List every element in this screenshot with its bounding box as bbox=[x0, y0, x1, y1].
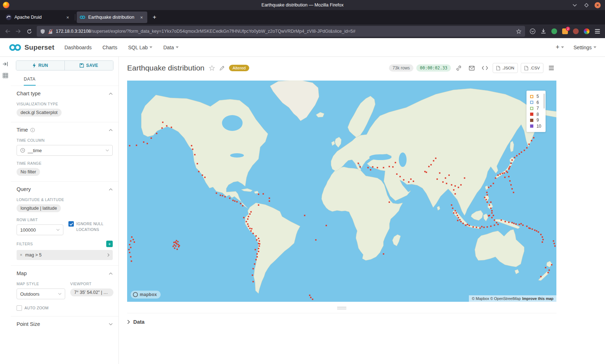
dataset-grid-icon[interactable] bbox=[3, 73, 8, 78]
earthquake-point bbox=[542, 239, 544, 240]
earthquake-point bbox=[490, 208, 492, 209]
window-title: Earthquake distribution — Mozilla Firefo… bbox=[0, 3, 605, 8]
earthquake-point bbox=[497, 224, 499, 225]
nav-charts[interactable]: Charts bbox=[102, 45, 117, 50]
time-range-chip[interactable]: No filter bbox=[17, 168, 40, 176]
pocket-icon[interactable] bbox=[527, 26, 538, 36]
favorite-star-icon[interactable] bbox=[209, 65, 215, 71]
nav-sql-lab[interactable]: SQL Lab bbox=[128, 45, 153, 50]
new-item-button[interactable]: + bbox=[556, 44, 564, 51]
earthquake-point bbox=[491, 210, 493, 211]
improve-map-link[interactable]: Improve this map bbox=[522, 296, 554, 301]
viz-type-chip[interactable]: deck.gl Scatterplot bbox=[17, 109, 62, 117]
earthquake-point bbox=[476, 227, 477, 228]
filter-chip[interactable]: × mag > 5 bbox=[17, 250, 113, 260]
save-button[interactable]: SAVE bbox=[64, 61, 113, 70]
minimize-button[interactable] bbox=[572, 2, 578, 8]
chevron-right-icon[interactable] bbox=[107, 253, 109, 257]
tab-apache-druid[interactable]: Apache Druid × bbox=[3, 12, 73, 23]
earthquake-point bbox=[251, 228, 252, 229]
legend-item[interactable]: 8 bbox=[530, 112, 541, 118]
extension-colorful-icon[interactable] bbox=[581, 26, 592, 36]
earthquake-point bbox=[433, 160, 434, 161]
forward-button[interactable] bbox=[13, 26, 24, 36]
earthquake-point bbox=[259, 243, 260, 245]
earthquake-point bbox=[194, 154, 196, 155]
url-bar[interactable]: 172.18.0.3:32108/superset/explore/?form_… bbox=[37, 26, 525, 37]
new-tab-button[interactable]: + bbox=[149, 12, 160, 22]
menu-icon[interactable] bbox=[592, 26, 603, 36]
email-icon[interactable] bbox=[467, 63, 477, 73]
viewport-chip[interactable]: 7° 35' 54.02" | 31... bbox=[70, 288, 113, 296]
earthquake-point bbox=[540, 234, 542, 235]
export-json-button[interactable]: .JSON bbox=[493, 63, 518, 73]
edit-pencil-icon[interactable] bbox=[219, 65, 225, 71]
earthquake-point bbox=[454, 193, 456, 195]
export-csv-button[interactable]: .CSV bbox=[521, 63, 543, 73]
section-header[interactable]: Chart type bbox=[17, 91, 113, 96]
embed-code-icon[interactable] bbox=[480, 63, 490, 73]
druid-favicon bbox=[6, 14, 12, 20]
section-header[interactable]: Time bbox=[17, 127, 113, 133]
earthquake-point bbox=[247, 223, 248, 225]
nav-dashboards[interactable]: Dashboards bbox=[64, 45, 92, 50]
map-style-select[interactable]: Outdoors bbox=[17, 288, 65, 299]
run-button[interactable]: RUN bbox=[16, 61, 64, 70]
insecure-lock-icon[interactable] bbox=[48, 29, 53, 34]
data-panel-toggle[interactable]: Data bbox=[127, 319, 556, 325]
time-column-select[interactable]: __time bbox=[17, 145, 113, 156]
add-filter-button[interactable]: + bbox=[106, 241, 113, 247]
legend-item[interactable]: 10 bbox=[530, 123, 541, 129]
downloads-icon[interactable] bbox=[538, 26, 549, 36]
earthquake-point bbox=[533, 137, 534, 138]
reload-button[interactable] bbox=[24, 26, 35, 36]
earthquake-point bbox=[481, 226, 483, 227]
altered-badge[interactable]: Altered bbox=[229, 65, 249, 71]
tab-close-icon[interactable]: × bbox=[139, 15, 144, 20]
earthquake-point bbox=[511, 159, 513, 161]
earthquake-point bbox=[372, 166, 373, 168]
tab-earthquake-distribution[interactable]: Earthquake distribution × bbox=[77, 12, 147, 23]
extension-red-icon[interactable] bbox=[570, 26, 581, 36]
earthquake-point bbox=[531, 140, 532, 141]
maximize-button[interactable] bbox=[583, 2, 590, 8]
earthquake-point bbox=[220, 195, 221, 196]
section-header[interactable]: Query bbox=[17, 186, 113, 192]
extension-orange-icon[interactable]: 2 bbox=[560, 26, 570, 36]
legend-swatch bbox=[530, 119, 533, 122]
earthquake-point bbox=[494, 224, 495, 226]
expand-panel-icon[interactable] bbox=[3, 61, 8, 67]
legend-item[interactable]: 7 bbox=[530, 105, 541, 112]
auto-zoom-checkbox[interactable] bbox=[17, 305, 22, 311]
earthquake-point bbox=[493, 215, 494, 216]
earthquake-point bbox=[248, 216, 249, 217]
row-limit-select[interactable]: 100000 bbox=[17, 224, 63, 235]
share-link-icon[interactable] bbox=[454, 63, 464, 73]
chart-menu-icon[interactable] bbox=[546, 63, 556, 73]
query-timer-badge: 00:00:02.33 bbox=[416, 64, 451, 72]
tab-close-icon[interactable]: × bbox=[65, 15, 71, 20]
earthquake-point bbox=[491, 212, 493, 214]
back-button[interactable] bbox=[2, 26, 13, 36]
resize-drag-handle[interactable] bbox=[336, 307, 347, 309]
legend-item[interactable]: 5 bbox=[530, 94, 541, 100]
extension-green-icon[interactable] bbox=[549, 26, 560, 36]
section-header[interactable]: Map bbox=[17, 270, 113, 276]
tracking-shield-icon[interactable] bbox=[40, 29, 45, 34]
url-text[interactable]: 172.18.0.3:32108/superset/explore/?form_… bbox=[56, 29, 513, 34]
earthquake-point bbox=[453, 212, 454, 214]
map-canvas[interactable]: 5 6 7 8 9 10 mapbox © Mapbox © OpenStree… bbox=[127, 81, 556, 302]
bookmark-star-icon[interactable] bbox=[516, 29, 521, 34]
settings-menu[interactable]: Settings bbox=[573, 45, 596, 50]
legend-item[interactable]: 9 bbox=[530, 117, 541, 123]
ignore-null-checkbox[interactable] bbox=[68, 221, 74, 227]
superset-logo[interactable]: Superset bbox=[9, 44, 54, 51]
close-button[interactable]: × bbox=[595, 2, 601, 8]
legend-item[interactable]: 6 bbox=[530, 100, 541, 106]
mapbox-logo[interactable]: mapbox bbox=[131, 291, 161, 299]
remove-filter-icon[interactable]: × bbox=[20, 252, 22, 258]
panel-tab-data[interactable]: DATA bbox=[11, 76, 118, 86]
nav-data[interactable]: Data bbox=[163, 45, 179, 50]
lonlat-chip[interactable]: longitude | latitude bbox=[17, 204, 61, 212]
section-header[interactable]: Point Size bbox=[17, 321, 113, 327]
